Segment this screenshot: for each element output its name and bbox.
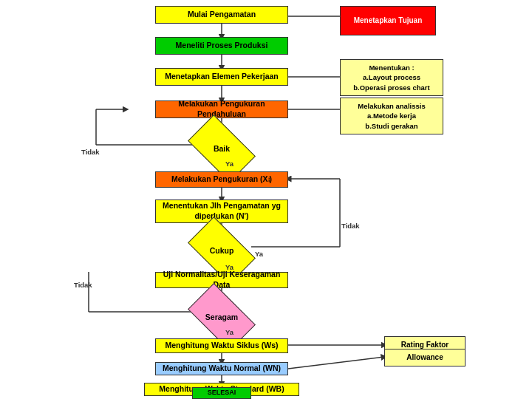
tidak2-label: Tidak (341, 222, 360, 230)
meneliti-box: Meneliti Proses Produksi (155, 37, 288, 55)
ya4-label: Ya (225, 328, 233, 336)
melakukan-analissis-box: Melakukan analissis a.Metode kerja b.Stu… (340, 98, 443, 134)
ya3-label: Ya (225, 263, 233, 271)
uji-normalitas-box: Uji Normalitas/Uji Keseragaman Data (155, 272, 288, 288)
menghitung-wn-box: Menghitung Waktu Normal (WN) (155, 362, 288, 375)
tidak1-label: Tidak (81, 148, 100, 156)
selesai-box: SELESAI (192, 387, 251, 399)
tidak3-label: Tidak (74, 281, 92, 289)
menghitung-ws-box: Menghitung Waktu Siklus (Ws) (155, 338, 288, 353)
ya1-label: Ya (225, 160, 233, 168)
melakukan-pengukuran-pendahuluan-box: Melakukan Pengukuran Pendahuluan (155, 100, 288, 118)
menentukan-jlh-box: Menentukan Jlh Pengamatan yg diperlukan … (155, 200, 288, 223)
allowance-box: Allowance (384, 349, 466, 366)
baik-diamond: Baik (192, 130, 251, 167)
seragam-diamond: Seragam (192, 299, 251, 335)
menetapkan-tujuan-box: Menetapkan Tujuan (340, 6, 436, 35)
menentukan-side-box: Menentukan : a.Layout process b.Operasi … (340, 59, 443, 96)
melakukan-pengukuran-xi-box: Melakukan Pengukuran (Xᵢ) (155, 171, 288, 188)
flowchart: Mulai Pengamatan Meneliti Proses Produks… (0, 0, 532, 399)
menetapkan-elemen-box: Menetapkan Elemen Pekerjaan (155, 68, 288, 86)
svg-line-25 (288, 357, 384, 369)
mulai-box: Mulai Pengamatan (155, 6, 288, 24)
ya2-label: Ya (255, 250, 263, 258)
cukup-diamond: Cukup (192, 232, 251, 269)
